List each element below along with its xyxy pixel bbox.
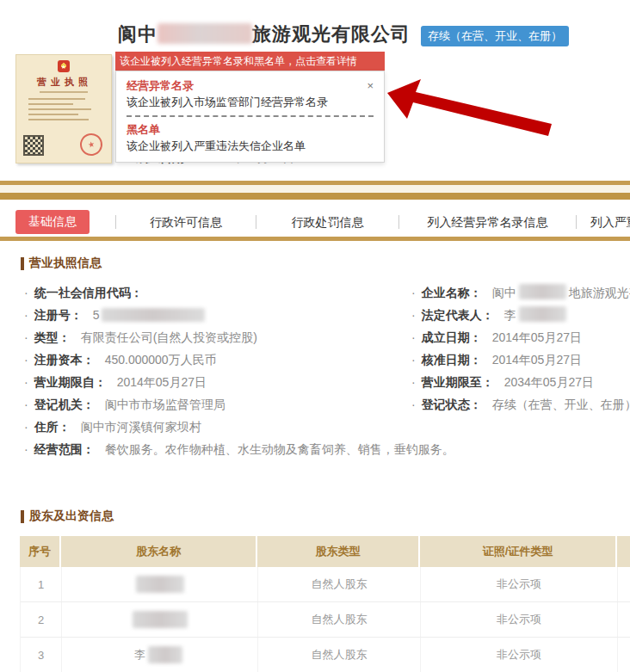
dashed-divider xyxy=(127,115,374,117)
redaction-blur xyxy=(148,646,182,663)
shareholders-table: 序号 股东名称 股东类型 证照/证件类型 1 自然人股东 非公示项 2 自然人股… xyxy=(20,536,630,672)
field-legal-rep: ·法定代表人：李 xyxy=(411,304,630,326)
abnormal-detail-popup: × 经营异常名录 该企业被列入市场监管部门经营异常名录 黑名单 该企业被列入严重… xyxy=(115,71,385,163)
section-marker xyxy=(21,510,24,523)
field-approval-date: ·核准日期：2014年05月27日 xyxy=(411,348,630,371)
popup-section-title: 黑名单 xyxy=(127,121,374,138)
gold-divider-bottom xyxy=(0,193,630,200)
table-row: 1 自然人股东 非公示项 xyxy=(21,567,630,602)
close-icon[interactable]: × xyxy=(367,80,374,91)
status-badge: 存续（在营、开业、在册） xyxy=(421,26,569,46)
redaction-blur xyxy=(136,576,184,593)
field-business-scope: ·经营范围：餐饮服务。农作物种植、水生动物及禽畜饲养、销售，垂钓服务。 xyxy=(24,438,630,460)
field-established-date: ·成立日期：2014年05月27日 xyxy=(411,326,630,348)
license-title: 营业执照 xyxy=(25,76,104,89)
section-marker xyxy=(21,257,24,270)
field-term-to: ·营业期限至：2034年05月27日 xyxy=(411,371,630,393)
tab-abnormal-list[interactable]: 列入经营异常名录信息 xyxy=(398,215,576,229)
redaction-blur xyxy=(519,306,566,322)
tab-serious-violation[interactable]: 列入严重 xyxy=(576,215,630,229)
tab-bar: 基础信息 行政许可信息 行政处罚信息 列入经营异常名录信息 列入严重 xyxy=(0,207,630,241)
col-header-type: 股东类型 xyxy=(257,536,420,567)
col-header-name: 股东名称 xyxy=(61,536,257,567)
national-emblem-icon: ★ xyxy=(58,60,70,72)
col-header-extra xyxy=(617,536,630,567)
field-company-name: ·企业名称：阆中地旅游观光有限公 xyxy=(411,281,630,304)
popup-section-title: 经营异常名录 xyxy=(127,77,374,94)
official-seal-icon: ★ xyxy=(78,132,105,158)
license-section-title: 营业执照信息 xyxy=(21,256,630,271)
col-header-index: 序号 xyxy=(20,536,61,567)
tab-admin-license[interactable]: 行政许可信息 xyxy=(115,215,256,229)
license-fields: ·统一社会信用代码： ·注册号：5 ·类型：有限责任公司(自然人投资或控股) ·… xyxy=(24,281,630,460)
divider-gap xyxy=(0,185,630,193)
table-header-row: 序号 股东名称 股东类型 证照/证件类型 xyxy=(20,536,630,567)
license-subtitle-line xyxy=(40,91,88,93)
field-reg-status: ·登记状态：存续（在营、开业、在册） xyxy=(411,393,630,416)
redaction-blur xyxy=(519,284,566,299)
shareholders-section-title: 股东及出资信息 xyxy=(21,509,630,524)
table-row: 2 自然人股东 非公示项 xyxy=(21,602,630,638)
page-header: ★ 营业执照 ★ 阆中旅游观光有限公司 存续（在营、开业、在册） 该企业被列入经… xyxy=(0,0,630,181)
qr-code-icon xyxy=(23,135,44,156)
redaction-blur xyxy=(133,611,188,628)
company-title: 阆中旅游观光有限公司 xyxy=(118,22,411,47)
table-row: 3 李 自然人股东 非公示项 xyxy=(21,638,630,672)
red-arrow-annotation xyxy=(383,76,564,153)
redaction-blur xyxy=(158,23,252,44)
field-address: ·住所：阆中市河溪镇何家坝村 xyxy=(24,416,630,438)
tab-admin-penalty[interactable]: 行政处罚信息 xyxy=(256,215,398,229)
redaction-blur xyxy=(102,308,205,322)
tab-basic-info[interactable]: 基础信息 xyxy=(15,210,90,234)
popup-section-desc: 该企业被列入严重违法失信企业名单 xyxy=(127,138,374,154)
business-license-image[interactable]: ★ 营业执照 ★ xyxy=(15,54,112,163)
abnormal-alert-banner[interactable]: 该企业被列入经营异常名录和黑名单，点击查看详情 xyxy=(115,52,385,71)
col-header-cert: 证照/证件类型 xyxy=(420,536,617,567)
popup-section-desc: 该企业被列入市场监管部门经营异常名录 xyxy=(127,94,374,110)
